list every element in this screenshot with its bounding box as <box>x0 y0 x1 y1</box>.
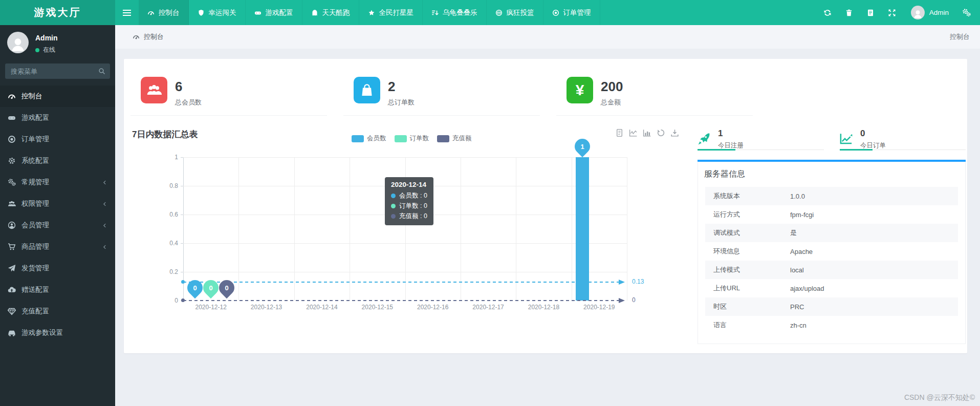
expand-icon[interactable] <box>881 9 903 17</box>
restore-icon[interactable] <box>657 129 665 137</box>
data-view-icon[interactable] <box>615 129 624 137</box>
sidebar-item-发货管理[interactable]: 发货管理 <box>0 258 115 279</box>
nav-item-全民打星星[interactable]: 全民打星星 <box>359 0 423 25</box>
sidebar-item-控制台[interactable]: 控制台 <box>0 86 115 107</box>
server-info-key: 语言 <box>705 320 790 330</box>
active-underline <box>698 149 735 151</box>
markline-start-dot <box>181 298 185 302</box>
bag-icon <box>354 77 380 103</box>
dot-circle-icon <box>552 9 559 16</box>
chevron-left-icon <box>102 180 107 185</box>
search-icon[interactable] <box>98 68 105 75</box>
tooltip-row-充值额: 充值额 : 0 <box>391 211 427 221</box>
sidebar-item-权限管理[interactable]: 权限管理 <box>0 193 115 215</box>
legend-item-会员数[interactable]: 会员数 <box>352 134 386 143</box>
navbar-user-name[interactable]: Admin <box>929 9 949 16</box>
server-info-value: Apache <box>790 248 813 255</box>
server-info-value: 是 <box>790 228 797 238</box>
data-pin: 1 <box>572 136 593 157</box>
app-logo[interactable]: 游戏大厅 <box>0 0 115 25</box>
server-info-table: 系统版本1.0.0运行方式fpm-fcgi调试模式是环境信息Apache上传模式… <box>705 187 958 334</box>
legend-item-订单数[interactable]: 订单数 <box>395 134 429 143</box>
v-gridline <box>350 157 350 301</box>
x-axis-label: 2020-12-15 <box>350 304 405 311</box>
sidebar-item-label: 权限管理 <box>21 199 49 208</box>
avatar[interactable] <box>7 32 29 53</box>
breadcrumb: 控制台 控制台 <box>115 25 980 49</box>
sidebar-item-订单管理[interactable]: 订单管理 <box>0 129 115 150</box>
gears-icon[interactable] <box>962 8 971 17</box>
v-gridline <box>238 157 239 301</box>
nav-item-乌龟叠叠乐[interactable]: 乌龟叠叠乐 <box>423 0 487 25</box>
nav-item-疯狂投篮[interactable]: 疯狂投篮 <box>487 0 543 25</box>
legend-label: 充值额 <box>452 134 472 143</box>
yen-icon: ¥ <box>567 77 593 103</box>
sidebar-item-游戏参数设置[interactable]: 游戏参数设置 <box>0 322 115 344</box>
breadcrumb-right[interactable]: 控制台 <box>950 32 970 41</box>
search-input[interactable] <box>5 63 110 79</box>
chevron-left-icon <box>102 201 107 207</box>
server-info-key: 运行方式 <box>705 210 790 219</box>
server-info-key: 时区 <box>705 302 790 311</box>
chart-legend: 会员数订单数充值额 <box>352 134 472 143</box>
line-chart-icon[interactable] <box>629 129 638 137</box>
sidebar-item-游戏配置[interactable]: 游戏配置 <box>0 107 115 129</box>
server-info-value: fpm-fcgi <box>790 211 814 219</box>
nav-item-label: 天天酷跑 <box>322 8 350 17</box>
tooltip-series-dot <box>391 214 396 219</box>
sidebar-user-status-label: 在线 <box>43 46 55 54</box>
markline-arrow <box>619 280 625 285</box>
refresh-icon[interactable] <box>817 9 838 17</box>
stat-label: 总订单数 <box>388 98 415 107</box>
y-axis-tick: 1 <box>150 154 178 161</box>
nav-item-订单管理[interactable]: 订单管理 <box>543 0 600 25</box>
tooltip-row-订单数: 订单数 : 0 <box>391 201 427 211</box>
today-stat-今日订单[interactable]: 0今日订单 <box>840 128 966 150</box>
nav-item-天天酷跑[interactable]: 天天酷跑 <box>302 0 359 25</box>
x-axis-label: 2020-12-16 <box>405 304 461 311</box>
sidebar-item-会员管理[interactable]: 会员管理 <box>0 215 115 236</box>
gamepad-icon <box>254 9 262 16</box>
tooltip-series-dot <box>391 194 396 198</box>
legend-item-充值额[interactable]: 充值额 <box>437 134 472 143</box>
sidebar-item-label: 控制台 <box>21 92 42 101</box>
today-stat-value: 1 <box>718 129 744 138</box>
gamepad-icon <box>8 114 16 122</box>
gauge-icon <box>133 33 140 40</box>
markline-arrow <box>619 298 625 303</box>
markline <box>183 282 619 283</box>
sidebar-toggle-button[interactable] <box>115 0 139 25</box>
screen: 游戏大厅 控制台幸运闯关游戏配置天天酷跑全民打星星乌龟叠叠乐疯狂投篮订单管理 A… <box>0 0 980 406</box>
navbar-right: Admin <box>817 0 980 25</box>
sidebar-user-status: 在线 <box>35 46 58 54</box>
today-stat-今日注册[interactable]: 1今日注册 <box>698 128 824 150</box>
nav-item-控制台[interactable]: 控制台 <box>139 0 189 25</box>
markline <box>183 300 619 301</box>
user-circle-icon <box>8 221 16 229</box>
nav-item-游戏配置[interactable]: 游戏配置 <box>246 0 302 25</box>
legend-label: 订单数 <box>410 134 429 143</box>
sidebar-item-常规管理[interactable]: 常规管理 <box>0 172 115 193</box>
nav-item-label: 乌龟叠叠乐 <box>443 8 477 17</box>
sidebar-item-充值配置[interactable]: 充值配置 <box>0 301 115 322</box>
breadcrumb-current[interactable]: 控制台 <box>144 32 164 41</box>
sidebar-item-赠送配置[interactable]: 赠送配置 <box>0 279 115 301</box>
sidebar-menu: 控制台游戏配置订单管理系统配置常规管理权限管理会员管理商品管理发货管理赠送配置充… <box>0 86 115 344</box>
server-info-row-运行方式: 运行方式fpm-fcgi <box>705 205 958 224</box>
download-icon[interactable] <box>670 129 679 137</box>
server-info-row-上传URL: 上传URLajax/upload <box>705 279 958 297</box>
v-gridline <box>461 157 461 301</box>
gem-icon <box>8 307 16 315</box>
tooltip-rows: 会员数 : 0订单数 : 0充值额 : 0 <box>391 190 427 221</box>
avatar[interactable] <box>911 6 925 19</box>
sidebar-item-商品管理[interactable]: 商品管理 <box>0 236 115 258</box>
sort-icon <box>431 9 439 16</box>
bar-chart-icon[interactable] <box>643 129 651 137</box>
sidebar-item-系统配置[interactable]: 系统配置 <box>0 150 115 172</box>
sidebar-item-label: 系统配置 <box>21 156 49 165</box>
legend-swatch <box>395 135 407 142</box>
log-icon[interactable] <box>860 9 881 17</box>
trash-icon[interactable] <box>838 9 860 17</box>
sidebar-item-label: 订单管理 <box>21 135 49 144</box>
nav-item-幸运闯关[interactable]: 幸运闯关 <box>189 0 246 25</box>
